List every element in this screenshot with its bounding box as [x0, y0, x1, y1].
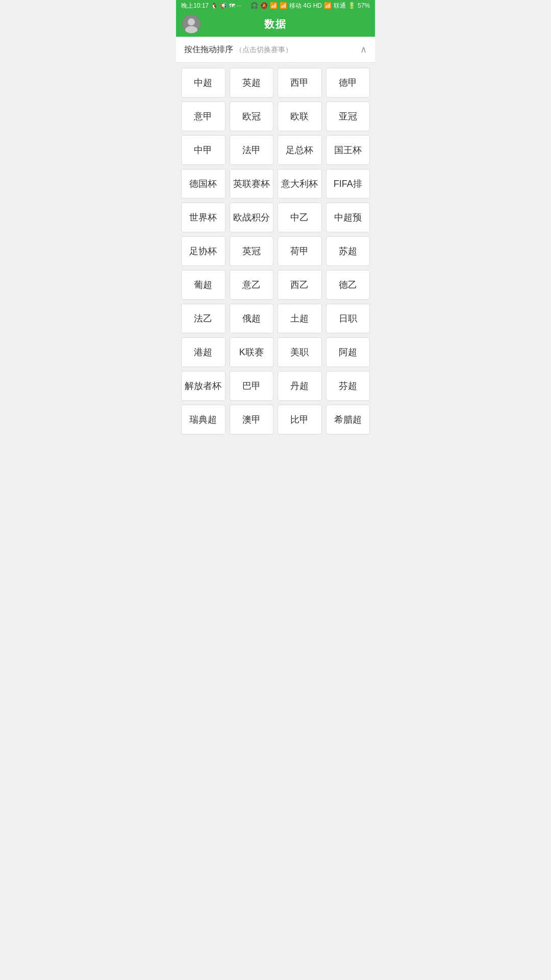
headphone-icon: 🎧 [251, 2, 258, 9]
league-item-36[interactable]: 解放者杯 [181, 371, 226, 401]
avatar-image [182, 15, 201, 33]
league-item-12[interactable]: 德国杯 [181, 169, 226, 199]
league-item-41[interactable]: 澳甲 [230, 405, 274, 434]
sort-bar-main-text: 按住拖动排序 [184, 45, 233, 54]
league-item-18[interactable]: 中乙 [278, 203, 322, 232]
network-label: 移动 4G HD [289, 2, 322, 10]
league-item-38[interactable]: 丹超 [278, 371, 322, 401]
league-grid: 中超英超西甲德甲意甲欧冠欧联亚冠中甲法甲足总杯国王杯德国杯英联赛杯意大利杯FIF… [181, 68, 370, 434]
league-item-37[interactable]: 巴甲 [230, 371, 274, 401]
sort-bar-sub-text: （点击切换赛事） [235, 45, 292, 54]
league-item-30[interactable]: 土超 [278, 304, 322, 333]
sort-bar: 按住拖动排序 （点击切换赛事） ∧ [176, 37, 375, 63]
league-item-9[interactable]: 法甲 [230, 135, 274, 165]
league-item-27[interactable]: 德乙 [326, 270, 370, 300]
signal-icon: 📶 [280, 2, 287, 9]
battery-icon: 🔋 [348, 2, 356, 9]
league-item-0[interactable]: 中超 [181, 68, 226, 97]
league-item-6[interactable]: 欧联 [278, 102, 322, 131]
league-item-11[interactable]: 国王杯 [326, 135, 370, 165]
league-item-24[interactable]: 葡超 [181, 270, 226, 300]
alarm-icon: 🔕 [260, 2, 268, 9]
league-item-39[interactable]: 芬超 [326, 371, 370, 401]
league-item-4[interactable]: 意甲 [181, 102, 226, 131]
league-item-35[interactable]: 阿超 [326, 337, 370, 367]
status-bar: 晚上10:17 🐧 📢 🗺 ··· 🎧 🔕 📶 📶 移动 4G HD 📶 联通 … [176, 0, 375, 11]
league-item-2[interactable]: 西甲 [278, 68, 322, 97]
sort-bar-content: 按住拖动排序 （点击切换赛事） [184, 44, 292, 55]
league-item-19[interactable]: 中超预 [326, 203, 370, 232]
league-item-28[interactable]: 法乙 [181, 304, 226, 333]
league-grid-container: 中超英超西甲德甲意甲欧冠欧联亚冠中甲法甲足总杯国王杯德国杯英联赛杯意大利杯FIF… [176, 63, 375, 439]
league-item-21[interactable]: 英冠 [230, 236, 274, 266]
league-item-13[interactable]: 英联赛杯 [230, 169, 274, 199]
map-icon: 🗺 [229, 3, 235, 9]
header: 数据 [176, 11, 375, 37]
wifi-icon: 📶 [270, 2, 278, 9]
league-item-33[interactable]: K联赛 [230, 337, 274, 367]
status-right: 🎧 🔕 📶 📶 移动 4G HD 📶 联通 🔋 57% [251, 2, 370, 10]
league-item-3[interactable]: 德甲 [326, 68, 370, 97]
status-left: 晚上10:17 🐧 📢 🗺 ··· [181, 2, 241, 10]
status-time: 晚上10:17 [181, 2, 209, 10]
league-item-34[interactable]: 美职 [278, 337, 322, 367]
league-item-32[interactable]: 港超 [181, 337, 226, 367]
penguin-icon: 🐧 [211, 3, 218, 9]
signal2-icon: 📶 [324, 2, 332, 9]
league-item-23[interactable]: 苏超 [326, 236, 370, 266]
league-item-25[interactable]: 意乙 [230, 270, 274, 300]
more-icon: ··· [237, 3, 241, 9]
league-item-8[interactable]: 中甲 [181, 135, 226, 165]
league-item-20[interactable]: 足协杯 [181, 236, 226, 266]
league-item-43[interactable]: 希腊超 [326, 405, 370, 434]
league-item-5[interactable]: 欧冠 [230, 102, 274, 131]
league-item-14[interactable]: 意大利杯 [278, 169, 322, 199]
chevron-up-icon[interactable]: ∧ [360, 44, 367, 55]
svg-point-1 [188, 18, 195, 26]
league-item-17[interactable]: 欧战积分 [230, 203, 274, 232]
battery-level: 57% [358, 2, 370, 9]
league-item-22[interactable]: 荷甲 [278, 236, 322, 266]
league-item-40[interactable]: 瑞典超 [181, 405, 226, 434]
league-item-1[interactable]: 英超 [230, 68, 274, 97]
league-item-15[interactable]: FIFA排 [326, 169, 370, 199]
avatar[interactable] [182, 15, 201, 33]
league-item-10[interactable]: 足总杯 [278, 135, 322, 165]
league-item-42[interactable]: 比甲 [278, 405, 322, 434]
league-item-29[interactable]: 俄超 [230, 304, 274, 333]
notification-icon: 📢 [220, 3, 227, 9]
league-item-16[interactable]: 世界杯 [181, 203, 226, 232]
carrier-label: 联通 [334, 2, 346, 10]
league-item-26[interactable]: 西乙 [278, 270, 322, 300]
league-item-7[interactable]: 亚冠 [326, 102, 370, 131]
league-item-31[interactable]: 日职 [326, 304, 370, 333]
page-title: 数据 [264, 17, 287, 31]
